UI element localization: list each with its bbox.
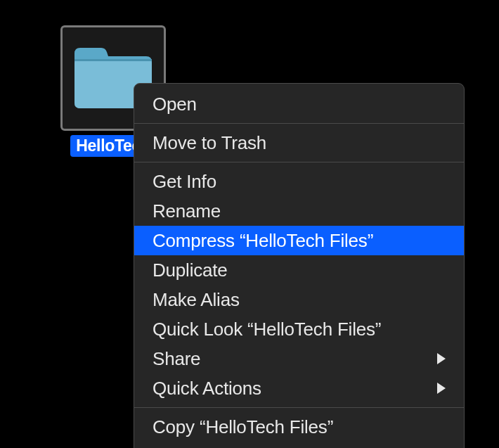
menu-separator [134,123,464,124]
menu-item-label: Quick Actions [153,378,261,399]
menu-item-open[interactable]: Open [134,89,464,119]
context-menu: Open Move to Trash Get Info Rename Compr… [134,83,465,448]
menu-item-label: Quick Look “HelloTech Files” [153,319,381,340]
chevron-right-icon [437,383,446,394]
menu-item-label: Open [153,94,197,115]
menu-item-import-from-iphone[interactable]: Import from iPhone [134,442,464,448]
menu-item-label: Rename [153,200,221,222]
menu-item-quick-actions[interactable]: Quick Actions [134,373,464,403]
menu-item-rename[interactable]: Rename [134,196,464,226]
menu-item-duplicate[interactable]: Duplicate [134,255,464,285]
menu-separator [134,162,464,162]
chevron-right-icon [437,353,446,364]
menu-item-move-to-trash[interactable]: Move to Trash [134,128,464,158]
svg-rect-0 [74,59,152,61]
menu-item-label: Duplicate [153,260,228,281]
menu-item-label: Share [153,348,200,370]
menu-item-label: Import from iPhone [153,446,306,449]
menu-item-compress[interactable]: Compress “HelloTech Files” [134,226,464,255]
menu-item-make-alias[interactable]: Make Alias [134,285,464,314]
menu-item-get-info[interactable]: Get Info [134,167,464,196]
menu-separator [134,407,464,408]
menu-item-label: Make Alias [153,289,240,311]
menu-item-label: Copy “HelloTech Files” [153,416,333,438]
menu-item-quick-look[interactable]: Quick Look “HelloTech Files” [134,314,464,344]
menu-item-label: Get Info [153,171,216,193]
menu-item-share[interactable]: Share [134,344,464,373]
menu-item-label: Move to Trash [153,132,266,154]
menu-item-copy[interactable]: Copy “HelloTech Files” [134,412,464,442]
menu-item-label: Compress “HelloTech Files” [153,230,373,252]
